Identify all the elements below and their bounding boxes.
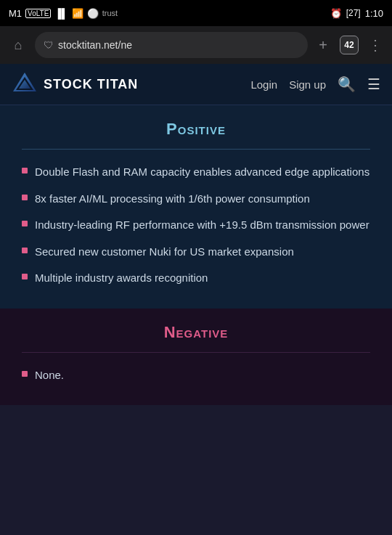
- positive-divider: [22, 149, 370, 150]
- status-left: M1 VoLTE ▐▌ 📶 ⚪ trust: [9, 8, 118, 19]
- positive-title: Positive: [22, 120, 370, 139]
- negative-bullet-list: None.: [22, 367, 370, 384]
- volte-badge: VoLTE: [25, 9, 51, 18]
- bullet-icon: [22, 371, 28, 377]
- carrier-label: M1: [9, 8, 22, 19]
- alarm-icon: ⏰: [330, 8, 342, 19]
- new-tab-button[interactable]: +: [314, 36, 332, 54]
- home-button[interactable]: ⌂: [7, 34, 29, 56]
- address-text: stocktitan.net/ne: [58, 39, 132, 51]
- bullet-text: 8x faster AI/ML processing with 1/6th po…: [35, 191, 310, 208]
- more-options-button[interactable]: ⋮: [366, 36, 385, 54]
- negative-section: Negative None.: [0, 309, 392, 406]
- navbar-brand: STOCK TITAN: [12, 71, 138, 97]
- bullet-icon: [22, 168, 28, 173]
- bullet-text: Double Flash and RAM capacity enables ad…: [35, 164, 369, 181]
- bullet-text: Multiple industry awards recognition: [35, 270, 208, 287]
- bullet-icon: [22, 274, 28, 279]
- positive-section: Positive Double Flash and RAM capacity e…: [0, 105, 392, 309]
- site-identity-icon: 🛡: [44, 39, 54, 51]
- main-content: Positive Double Flash and RAM capacity e…: [0, 105, 392, 405]
- negative-divider: [22, 352, 370, 353]
- positive-bullet-list: Double Flash and RAM capacity enables ad…: [22, 164, 370, 287]
- list-item: 8x faster AI/ML processing with 1/6th po…: [22, 191, 370, 208]
- status-bar: M1 VoLTE ▐▌ 📶 ⚪ trust ⏰ [27] 1:10: [0, 0, 392, 26]
- list-item: Double Flash and RAM capacity enables ad…: [22, 164, 370, 181]
- navbar: STOCK TITAN Login Sign up 🔍 ☰: [0, 64, 392, 105]
- bullet-text: Industry-leading RF performance with +19…: [35, 217, 369, 234]
- signal-icon: ▐▌: [54, 8, 68, 19]
- whatsapp-icon: ⚪: [87, 8, 99, 19]
- browser-actions: + 42 ⋮: [314, 36, 385, 54]
- wifi-icon: 📶: [72, 8, 83, 19]
- address-bar[interactable]: 🛡 stocktitan.net/ne: [35, 32, 308, 58]
- bullet-text: None.: [35, 367, 64, 384]
- list-item: Industry-leading RF performance with +19…: [22, 217, 370, 234]
- bullet-icon: [22, 221, 28, 226]
- negative-title: Negative: [22, 323, 370, 342]
- clock-time: 1:10: [365, 8, 383, 19]
- list-item: Secured new customer Nuki for US market …: [22, 244, 370, 261]
- list-item: None.: [22, 367, 370, 384]
- trust-label: trust: [102, 9, 118, 17]
- bullet-icon: [22, 195, 28, 200]
- battery-display: [27]: [346, 8, 361, 18]
- browser-chrome: ⌂ 🛡 stocktitan.net/ne + 42 ⋮: [0, 26, 392, 64]
- signup-link[interactable]: Sign up: [289, 78, 326, 91]
- navbar-links: Login Sign up 🔍 ☰: [250, 75, 380, 93]
- status-right: ⏰ [27] 1:10: [330, 8, 383, 19]
- login-link[interactable]: Login: [250, 78, 277, 91]
- brand-logo-icon: [12, 71, 38, 97]
- bullet-text: Secured new customer Nuki for US market …: [35, 244, 294, 261]
- menu-button[interactable]: ☰: [367, 75, 380, 93]
- tab-count-badge[interactable]: 42: [340, 36, 359, 54]
- search-button[interactable]: 🔍: [338, 75, 356, 93]
- bullet-icon: [22, 248, 28, 253]
- brand-name-label: STOCK TITAN: [44, 77, 138, 92]
- list-item: Multiple industry awards recognition: [22, 270, 370, 287]
